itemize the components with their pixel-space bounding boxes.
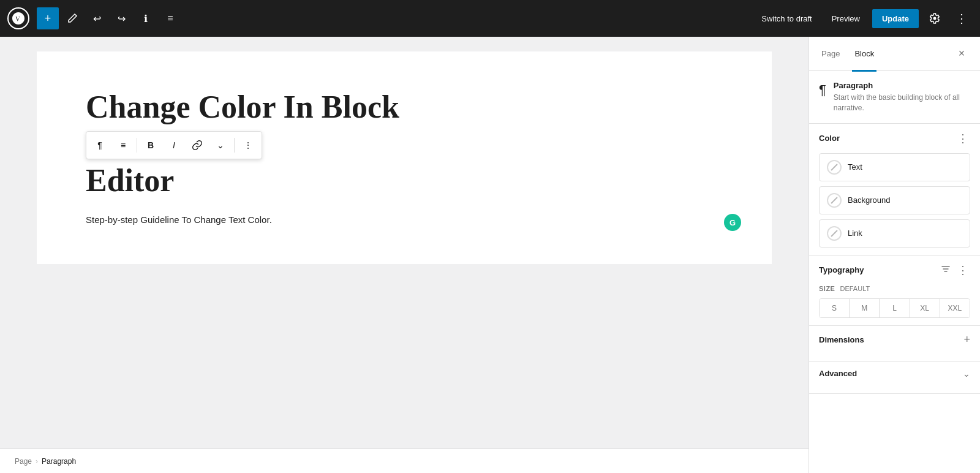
breadcrumb-paragraph: Paragraph (42, 457, 76, 466)
update-button[interactable]: Update (872, 9, 919, 28)
size-label: SIZE (819, 285, 835, 292)
size-m-button[interactable]: M (850, 299, 880, 317)
inline-paragraph-button[interactable]: ¶ (89, 134, 111, 156)
inline-more-dropdown-button[interactable]: ⌄ (209, 134, 232, 156)
block-description: Start with the basic building block of a… (834, 93, 970, 113)
color-more-button[interactable]: ⋮ (956, 131, 970, 146)
list-view-button[interactable]: ≡ (159, 7, 181, 29)
color-text-circle (827, 160, 842, 175)
title-line2: ¶ ≡ B I (86, 126, 723, 198)
inline-link-button[interactable] (186, 134, 208, 156)
paragraph-content: Step-by-step Guideline To Change Text Co… (86, 213, 723, 227)
sidebar-header: Page Block × (809, 37, 980, 71)
edit-tool-button[interactable] (61, 7, 83, 29)
size-s-button[interactable]: S (820, 299, 850, 317)
dimensions-section-header: Dimensions + (819, 333, 970, 346)
color-background-item[interactable]: Background (819, 186, 970, 214)
size-xxl-button[interactable]: XXL (940, 299, 970, 317)
color-section-header: Color ⋮ (819, 131, 970, 146)
top-toolbar: + ↩ ↪ ℹ ≡ Switch to draft Preview Update… (0, 0, 980, 37)
toolbar-divider-1 (137, 138, 137, 153)
size-xl-button[interactable]: XL (910, 299, 940, 317)
typography-more-button[interactable]: ⋮ (956, 263, 970, 278)
details-button[interactable]: ℹ (135, 7, 157, 29)
inline-bold-button[interactable]: B (140, 134, 162, 156)
breadcrumb-page: Page (15, 457, 32, 466)
toolbar-right: Switch to draft Preview Update ⋮ (754, 7, 973, 29)
color-text-item[interactable]: Text (819, 153, 970, 181)
typography-section-title: Typography (819, 265, 864, 274)
main-area: Change Color In Block ¶ ≡ B I (0, 37, 980, 473)
grammarly-icon: G (724, 214, 741, 231)
right-sidebar: Page Block × ¶ Paragraph Start with the … (809, 37, 980, 473)
editor-canvas[interactable]: Change Color In Block ¶ ≡ B I (37, 51, 772, 264)
tab-block[interactable]: Block (852, 37, 876, 72)
preview-button[interactable]: Preview (824, 10, 867, 27)
tab-page[interactable]: Page (819, 37, 842, 72)
dimensions-add-button[interactable]: + (963, 333, 970, 346)
typography-section: Typography ⋮ SIZE DEFAULT S M L X (809, 255, 980, 326)
typography-section-header: Typography ⋮ (819, 263, 970, 278)
inline-italic-button[interactable]: I (163, 134, 185, 156)
wp-logo[interactable] (7, 7, 29, 29)
typography-filter-button[interactable] (941, 264, 951, 276)
paragraph-block-icon: ¶ (819, 82, 826, 98)
sidebar-tabs: Page Block (819, 37, 876, 71)
options-button[interactable]: ⋮ (951, 7, 973, 29)
color-background-circle (827, 193, 842, 208)
size-options: S M L XL XXL (819, 298, 970, 318)
add-block-button[interactable]: + (37, 7, 59, 29)
block-info: ¶ Paragraph Start with the basic buildin… (809, 71, 980, 124)
toolbar-divider-2 (234, 138, 235, 153)
size-row: SIZE DEFAULT (819, 285, 970, 292)
color-background-label: Background (848, 195, 890, 205)
advanced-toggle-button[interactable]: ⌄ (963, 369, 970, 379)
color-section-title: Color (819, 134, 840, 143)
page-title: Change Color In Block ¶ ≡ B I (86, 88, 723, 200)
advanced-section-header: Advanced ⌄ (819, 369, 970, 379)
color-link-circle (827, 226, 842, 241)
inline-align-button[interactable]: ≡ (112, 134, 134, 156)
breadcrumb: Page › Paragraph (0, 448, 809, 473)
dimensions-section: Dimensions + (809, 326, 980, 361)
color-link-label: Link (848, 229, 862, 238)
color-section: Color ⋮ Text Background Link (809, 124, 980, 255)
color-link-item[interactable]: Link (819, 219, 970, 248)
advanced-section-title: Advanced (819, 369, 857, 378)
toolbar-left: + ↩ ↪ ℹ ≡ (7, 7, 752, 29)
advanced-section: Advanced ⌄ (809, 361, 980, 394)
dimensions-section-title: Dimensions (819, 335, 864, 344)
block-name: Paragraph (834, 81, 970, 90)
undo-button[interactable]: ↩ (86, 7, 108, 29)
breadcrumb-separator: › (36, 457, 38, 466)
size-l-button[interactable]: L (880, 299, 910, 317)
switch-draft-button[interactable]: Switch to draft (754, 10, 819, 27)
settings-button[interactable] (924, 7, 946, 29)
redo-button[interactable]: ↪ (110, 7, 132, 29)
color-text-label: Text (848, 162, 862, 172)
editor-area: Change Color In Block ¶ ≡ B I (0, 37, 809, 473)
close-sidebar-button[interactable]: × (953, 45, 970, 62)
inline-format-toolbar: ¶ ≡ B I (86, 131, 262, 159)
inline-options-button[interactable]: ⋮ (237, 134, 259, 156)
size-default: DEFAULT (840, 285, 870, 292)
